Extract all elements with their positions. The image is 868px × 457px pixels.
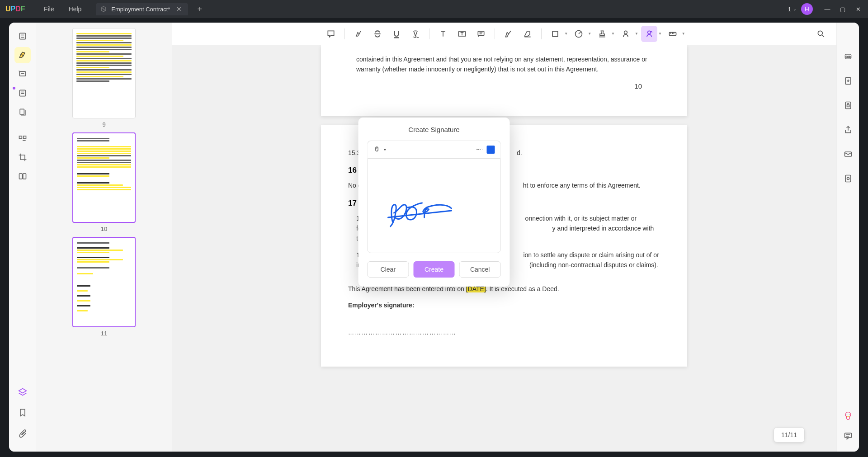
signature-label: Employer's signature:: [348, 300, 660, 310]
share-tool[interactable]: [841, 123, 855, 137]
measure-tool[interactable]: ▼: [665, 26, 685, 42]
create-signature-dialog: Create Signature ▼ 〰 Clear Create Cancel: [359, 118, 510, 287]
document-tab[interactable]: Employment Contract* ✕: [96, 3, 188, 15]
organize-tool[interactable]: [14, 130, 31, 146]
cancel-button[interactable]: Cancel: [459, 261, 501, 278]
highlight-tool[interactable]: [14, 47, 31, 63]
eraser-tool[interactable]: [519, 26, 536, 42]
thumbnails-tool[interactable]: [14, 28, 31, 44]
signature-color-swatch[interactable]: [487, 146, 495, 154]
chat-tool[interactable]: [841, 429, 855, 443]
svg-rect-13: [19, 174, 22, 179]
signature-toolbar: ▼ 〰: [368, 141, 501, 158]
svg-line-37: [822, 35, 824, 37]
export-tool[interactable]: [841, 74, 855, 88]
minimize-button[interactable]: —: [823, 6, 832, 13]
textbox-tool[interactable]: [454, 26, 470, 42]
mouse-icon: [373, 146, 381, 153]
dialog-title: Create Signature: [368, 126, 501, 133]
layers-tool[interactable]: [14, 384, 31, 400]
callout-tool[interactable]: [473, 26, 489, 42]
close-button[interactable]: ✕: [854, 6, 863, 13]
print-tool[interactable]: [841, 172, 855, 185]
svg-rect-27: [552, 31, 558, 37]
stamp-tool[interactable]: ▼: [594, 26, 615, 42]
menu-file[interactable]: File: [38, 4, 60, 14]
svg-rect-12: [23, 136, 26, 139]
thumbnail-panel: 9 10: [36, 23, 172, 452]
svg-rect-42: [847, 105, 849, 107]
svg-point-30: [624, 31, 627, 34]
app-logo: UPDF: [5, 5, 24, 13]
text-tool[interactable]: [435, 26, 451, 42]
email-tool[interactable]: [841, 147, 855, 161]
sticker-tool[interactable]: ▼: [571, 26, 591, 42]
notification-count[interactable]: 1 ⌄: [788, 6, 797, 13]
maximize-button[interactable]: ▢: [838, 6, 847, 13]
svg-rect-23: [478, 31, 484, 35]
thumbnail-item[interactable]: 9: [72, 28, 136, 128]
thumbnail-item[interactable]: 10: [72, 132, 136, 232]
compare-tool[interactable]: [14, 168, 31, 184]
svg-line-1: [102, 8, 105, 10]
right-toolbar: OCR: [836, 23, 859, 452]
tab-close-button[interactable]: ✕: [175, 5, 184, 13]
tab-title: Employment Contract*: [111, 6, 170, 13]
svg-rect-11: [19, 136, 22, 139]
clear-button[interactable]: Clear: [368, 261, 409, 278]
thumb-label: 11: [72, 330, 136, 337]
svg-point-31: [648, 31, 651, 34]
menu-help[interactable]: Help: [63, 4, 87, 14]
titlebar: UPDF File Help Employment Contract* ✕ + …: [0, 0, 868, 18]
bookmark-tool[interactable]: [14, 405, 31, 421]
squiggly-tool[interactable]: [407, 26, 424, 42]
svg-rect-48: [844, 433, 851, 438]
indicator-dot: [13, 87, 15, 90]
svg-rect-5: [19, 71, 25, 76]
add-tab-button[interactable]: +: [192, 5, 208, 14]
thumbnail-item[interactable]: 11: [72, 237, 136, 337]
crop-tool[interactable]: [14, 149, 31, 165]
page-number: 10: [348, 81, 660, 92]
create-button[interactable]: Create: [413, 261, 455, 278]
page-tool[interactable]: [14, 104, 31, 120]
strikethrough-tool[interactable]: [369, 26, 386, 42]
thumb-label: 9: [72, 121, 136, 128]
annotation-toolbar: ▼ ▼ ▼ ▼ ▼ ▼: [172, 23, 836, 45]
svg-rect-2: [19, 33, 25, 39]
document-page: contained in this Agreement and that you…: [321, 45, 687, 116]
svg-rect-44: [845, 175, 851, 182]
svg-point-36: [818, 31, 822, 35]
ocr-tool[interactable]: OCR: [841, 50, 855, 63]
pencil-tool[interactable]: [500, 26, 517, 42]
ai-assistant-tool[interactable]: [841, 409, 855, 423]
line-style-icon[interactable]: 〰: [476, 146, 482, 153]
shape-tool[interactable]: ▼: [547, 26, 568, 42]
user-avatar[interactable]: H: [801, 3, 813, 15]
svg-point-45: [847, 178, 849, 180]
signature-line: …………………………………………: [348, 328, 660, 338]
input-mode-dropdown[interactable]: ▼: [373, 146, 387, 153]
svg-point-46: [846, 415, 847, 415]
signature-tool[interactable]: ▼: [641, 26, 662, 42]
search-button[interactable]: [813, 26, 829, 42]
svg-point-47: [849, 415, 849, 415]
document-icon: [100, 6, 107, 12]
divider: [31, 5, 31, 14]
comment-tool[interactable]: [14, 66, 31, 82]
attachment-tool-top[interactable]: ▼: [618, 26, 638, 42]
form-tool[interactable]: [14, 85, 31, 101]
signature-canvas[interactable]: [368, 158, 501, 253]
protect-tool[interactable]: [841, 99, 855, 112]
note-tool[interactable]: [323, 26, 339, 42]
svg-rect-10: [20, 109, 24, 114]
attachment-tool[interactable]: [14, 425, 31, 442]
highlighter-tool[interactable]: [350, 26, 367, 42]
thumb-label: 10: [72, 226, 136, 232]
page-text: contained in this Agreement and that you…: [356, 54, 660, 75]
underline-tool[interactable]: [388, 26, 405, 42]
page-indicator[interactable]: 11/11: [774, 427, 805, 443]
svg-rect-14: [23, 174, 26, 179]
svg-text:OCR: OCR: [845, 56, 851, 58]
